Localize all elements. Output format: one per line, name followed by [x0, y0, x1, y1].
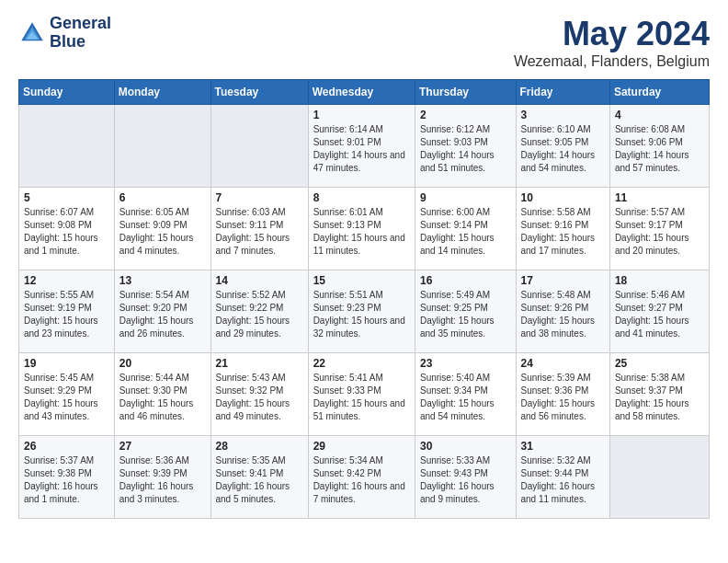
main-title: May 2024	[514, 15, 710, 53]
day-info: Sunrise: 5:38 AMSunset: 9:37 PMDaylight:…	[615, 372, 704, 423]
day-info: Sunrise: 5:39 AMSunset: 9:36 PMDaylight:…	[521, 372, 605, 423]
day-info: Sunrise: 5:32 AMSunset: 9:44 PMDaylight:…	[521, 454, 605, 506]
weekday-header-row: SundayMondayTuesdayWednesdayThursdayFrid…	[19, 80, 710, 105]
calendar-cell: 1Sunrise: 6:14 AMSunset: 9:01 PMDaylight…	[308, 105, 415, 188]
day-number: 9	[420, 191, 511, 204]
calendar-cell: 6Sunrise: 6:05 AMSunset: 9:09 PMDaylight…	[114, 188, 210, 270]
day-number: 11	[615, 191, 704, 204]
calendar-cell: 9Sunrise: 6:00 AMSunset: 9:14 PMDaylight…	[415, 188, 516, 270]
calendar-cell: 15Sunrise: 5:51 AMSunset: 9:23 PMDayligh…	[308, 270, 415, 353]
weekday-header: Sunday	[19, 80, 115, 105]
day-info: Sunrise: 6:05 AMSunset: 9:09 PMDaylight:…	[119, 206, 206, 258]
day-info: Sunrise: 5:37 AMSunset: 9:38 PMDaylight:…	[24, 454, 109, 506]
day-number: 14	[216, 274, 303, 287]
day-info: Sunrise: 5:40 AMSunset: 9:34 PMDaylight:…	[420, 372, 511, 423]
calendar-week-row: 26Sunrise: 5:37 AMSunset: 9:38 PMDayligh…	[19, 436, 710, 519]
calendar-week-row: 12Sunrise: 5:55 AMSunset: 9:19 PMDayligh…	[19, 270, 710, 353]
day-info: Sunrise: 5:43 AMSunset: 9:32 PMDaylight:…	[216, 372, 303, 423]
calendar-cell: 8Sunrise: 6:01 AMSunset: 9:13 PMDaylight…	[308, 188, 415, 270]
day-number: 22	[313, 357, 410, 370]
calendar-cell: 11Sunrise: 5:57 AMSunset: 9:17 PMDayligh…	[609, 188, 709, 270]
calendar-cell: 20Sunrise: 5:44 AMSunset: 9:30 PMDayligh…	[114, 353, 210, 436]
day-info: Sunrise: 6:14 AMSunset: 9:01 PMDaylight:…	[313, 123, 410, 175]
calendar-cell: 18Sunrise: 5:46 AMSunset: 9:27 PMDayligh…	[609, 270, 709, 353]
day-info: Sunrise: 5:44 AMSunset: 9:30 PMDaylight:…	[119, 372, 206, 423]
calendar-cell: 2Sunrise: 6:12 AMSunset: 9:03 PMDaylight…	[415, 105, 516, 188]
day-info: Sunrise: 5:35 AMSunset: 9:41 PMDaylight:…	[216, 454, 303, 506]
logo-line2: Blue	[50, 33, 111, 52]
weekday-header: Monday	[114, 80, 210, 105]
day-info: Sunrise: 6:07 AMSunset: 9:08 PMDaylight:…	[24, 206, 109, 258]
calendar-cell: 29Sunrise: 5:34 AMSunset: 9:42 PMDayligh…	[308, 436, 415, 519]
day-number: 1	[313, 109, 410, 121]
calendar-cell: 22Sunrise: 5:41 AMSunset: 9:33 PMDayligh…	[308, 353, 415, 436]
weekday-header: Tuesday	[210, 80, 308, 105]
calendar-cell: 26Sunrise: 5:37 AMSunset: 9:38 PMDayligh…	[19, 436, 115, 519]
day-info: Sunrise: 5:58 AMSunset: 9:16 PMDaylight:…	[521, 206, 605, 258]
day-number: 13	[119, 274, 206, 287]
day-number: 5	[24, 191, 109, 204]
day-number: 24	[521, 357, 605, 370]
day-info: Sunrise: 5:34 AMSunset: 9:42 PMDaylight:…	[313, 454, 410, 506]
day-number: 31	[521, 440, 605, 453]
calendar-cell: 28Sunrise: 5:35 AMSunset: 9:41 PMDayligh…	[210, 436, 308, 519]
day-number: 28	[216, 440, 303, 453]
day-number: 7	[216, 191, 303, 204]
day-number: 17	[521, 274, 605, 287]
calendar-cell: 24Sunrise: 5:39 AMSunset: 9:36 PMDayligh…	[516, 353, 609, 436]
header: General Blue May 2024 Wezemaal, Flanders…	[18, 15, 710, 70]
day-number: 3	[521, 109, 605, 121]
day-number: 16	[420, 274, 511, 287]
day-number: 26	[24, 440, 109, 453]
weekday-header: Wednesday	[308, 80, 415, 105]
weekday-header: Thursday	[415, 80, 516, 105]
title-block: May 2024 Wezemaal, Flanders, Belgium	[514, 15, 710, 70]
day-number: 2	[420, 109, 511, 121]
calendar-week-row: 5Sunrise: 6:07 AMSunset: 9:08 PMDaylight…	[19, 188, 710, 270]
calendar-cell: 31Sunrise: 5:32 AMSunset: 9:44 PMDayligh…	[516, 436, 609, 519]
calendar-cell	[609, 436, 709, 519]
day-number: 12	[24, 274, 109, 287]
calendar-cell	[19, 105, 115, 188]
calendar-cell: 16Sunrise: 5:49 AMSunset: 9:25 PMDayligh…	[415, 270, 516, 353]
calendar-cell: 25Sunrise: 5:38 AMSunset: 9:37 PMDayligh…	[609, 353, 709, 436]
day-number: 18	[615, 274, 704, 287]
calendar-cell	[210, 105, 308, 188]
day-info: Sunrise: 5:57 AMSunset: 9:17 PMDaylight:…	[615, 206, 704, 258]
calendar-table: SundayMondayTuesdayWednesdayThursdayFrid…	[18, 79, 710, 519]
calendar-cell: 21Sunrise: 5:43 AMSunset: 9:32 PMDayligh…	[210, 353, 308, 436]
day-number: 30	[420, 440, 511, 453]
day-number: 6	[119, 191, 206, 204]
calendar-cell: 30Sunrise: 5:33 AMSunset: 9:43 PMDayligh…	[415, 436, 516, 519]
calendar-cell: 7Sunrise: 6:03 AMSunset: 9:11 PMDaylight…	[210, 188, 308, 270]
day-info: Sunrise: 5:49 AMSunset: 9:25 PMDaylight:…	[420, 289, 511, 340]
day-number: 15	[313, 274, 410, 287]
calendar-cell: 10Sunrise: 5:58 AMSunset: 9:16 PMDayligh…	[516, 188, 609, 270]
weekday-header: Saturday	[609, 80, 709, 105]
calendar-cell: 17Sunrise: 5:48 AMSunset: 9:26 PMDayligh…	[516, 270, 609, 353]
logo-line1: General	[50, 15, 111, 33]
day-info: Sunrise: 5:41 AMSunset: 9:33 PMDaylight:…	[313, 372, 410, 423]
day-info: Sunrise: 5:33 AMSunset: 9:43 PMDaylight:…	[420, 454, 511, 506]
day-info: Sunrise: 6:03 AMSunset: 9:11 PMDaylight:…	[216, 206, 303, 258]
calendar-cell: 23Sunrise: 5:40 AMSunset: 9:34 PMDayligh…	[415, 353, 516, 436]
calendar-page: General Blue May 2024 Wezemaal, Flanders…	[0, 0, 728, 534]
day-info: Sunrise: 6:01 AMSunset: 9:13 PMDaylight:…	[313, 206, 410, 258]
day-number: 19	[24, 357, 109, 370]
calendar-cell: 19Sunrise: 5:45 AMSunset: 9:29 PMDayligh…	[19, 353, 115, 436]
calendar-cell: 14Sunrise: 5:52 AMSunset: 9:22 PMDayligh…	[210, 270, 308, 353]
day-info: Sunrise: 6:00 AMSunset: 9:14 PMDaylight:…	[420, 206, 511, 258]
day-info: Sunrise: 5:54 AMSunset: 9:20 PMDaylight:…	[119, 289, 206, 340]
day-number: 8	[313, 191, 410, 204]
day-number: 27	[119, 440, 206, 453]
calendar-cell	[114, 105, 210, 188]
subtitle: Wezemaal, Flanders, Belgium	[514, 53, 710, 70]
calendar-cell: 4Sunrise: 6:08 AMSunset: 9:06 PMDaylight…	[609, 105, 709, 188]
day-number: 20	[119, 357, 206, 370]
day-info: Sunrise: 5:51 AMSunset: 9:23 PMDaylight:…	[313, 289, 410, 340]
calendar-week-row: 19Sunrise: 5:45 AMSunset: 9:29 PMDayligh…	[19, 353, 710, 436]
day-info: Sunrise: 6:08 AMSunset: 9:06 PMDaylight:…	[615, 123, 704, 175]
day-info: Sunrise: 5:36 AMSunset: 9:39 PMDaylight:…	[119, 454, 206, 506]
day-number: 4	[615, 109, 704, 121]
calendar-week-row: 1Sunrise: 6:14 AMSunset: 9:01 PMDaylight…	[19, 105, 710, 188]
